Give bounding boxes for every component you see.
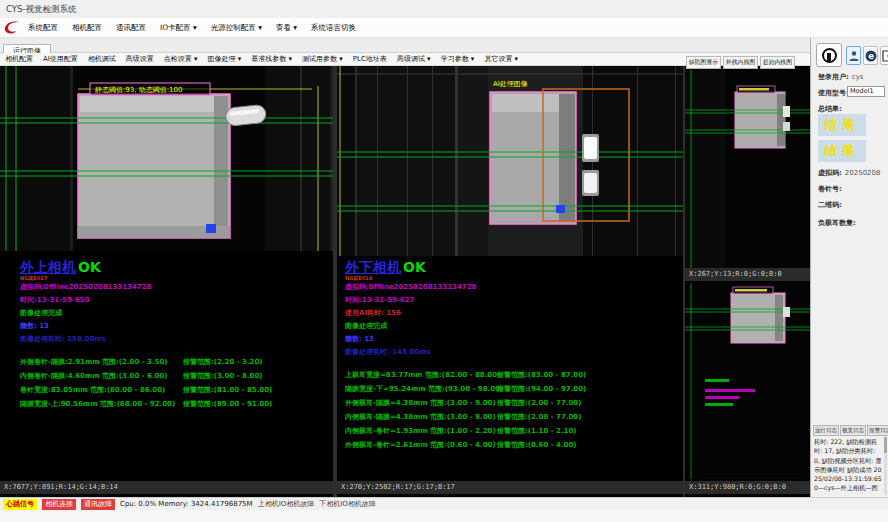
measure-value: 上极耳宽度=83.77mm 范围:(82.00 - 88.00) (345, 368, 497, 382)
thumb2-coordinate-bar: X:311;Y:980;R:0;G:0;B:0 (685, 481, 810, 494)
measurement-row: 隔膜宽度-下=95.24mm 范围:(93.00 - 98.00) 报警范围:(… (345, 382, 677, 396)
log-scrollbar[interactable] (884, 437, 887, 495)
tool-test-params[interactable]: 测试用参数 ▾ (297, 54, 348, 64)
measurement-row: 卷针宽度:83.05mm 范围:(80.00 - 86.00) 报警范围:(81… (20, 383, 325, 397)
model-input[interactable]: Model1 (847, 86, 885, 97)
measurement-row: 外侧极耳-隔膜=4.38mm 范围:(3.00 - 9.00) 报警范围:(2.… (345, 396, 677, 410)
tab-defect-image[interactable]: 缺陷图显示 (686, 56, 721, 69)
model-row: 使用型号: (818, 88, 849, 98)
middle-camera-name: 外下相机 (345, 259, 401, 275)
result-badge-2: 结果 (818, 140, 866, 162)
tool-ai-config[interactable]: AI使用配置 (38, 54, 83, 64)
tool-image-processing[interactable]: 图像处理 ▾ (203, 54, 247, 64)
blue-marker (556, 205, 565, 213)
tool-baseline-params[interactable]: 基准线参数 ▾ (246, 54, 297, 64)
tool-plc-address[interactable]: PLC地址表 (348, 54, 392, 64)
menu-system-config[interactable]: 系统配置 (21, 18, 65, 38)
log-tab-bar: 运行日志 视觉日志 报警日志 (813, 425, 888, 436)
measure-value: 卷针宽度:83.05mm 范围:(80.00 - 86.00) (20, 383, 183, 397)
menu-camera-config[interactable]: 相机配置 (65, 18, 109, 38)
tab-alarm-log[interactable]: 报警日志 (867, 425, 888, 436)
tab-vision-log[interactable]: 视觉日志 (840, 425, 866, 436)
left-measurement-list: 外侧卷针-隔膜:2.91mm 范围:(2.00 - 3.50) 报警范围:(2.… (20, 355, 325, 411)
total-result-label: 总结果: (818, 104, 842, 114)
comm-fault-badge: 通讯故障 (81, 499, 115, 510)
scrollbar-thumb[interactable] (884, 437, 887, 453)
app-window: CYS-视觉检测系统 系统配置 相机配置 通讯配置 IO卡配置 ▾ 光源控制配置… (0, 0, 888, 522)
model-label: 使用型号: (818, 89, 849, 97)
status-bar: 心跳信号 相机连接 通讯故障 Cpu: 0.0% Memory: 3424.41… (0, 497, 888, 510)
tool-spot-check[interactable]: 点检设置 ▾ (159, 54, 203, 64)
measure-value: 外侧卷针-隔膜:2.91mm 范围:(2.00 - 3.50) (20, 355, 183, 369)
measure-value: 内侧极耳-隔膜=4.38mm 范围:(3.00 - 9.00) (345, 410, 497, 424)
middle-result-ok: OK (403, 259, 426, 275)
heartbeat-badge: 心跳信号 (3, 499, 37, 510)
login-user-row: 登录用户:cys (818, 72, 863, 82)
tab-run-log[interactable]: 运行日志 (813, 425, 839, 436)
thumbnail-image-bottom[interactable] (685, 283, 810, 479)
user-button[interactable] (846, 46, 861, 65)
measure-value: 隔膜宽度-下=95.24mm 范围:(93.00 - 98.00) (345, 382, 497, 396)
alarm-range: 报警范围:(83.00 - 87.00) (497, 368, 586, 382)
cell-body-overlay (78, 94, 230, 238)
result-badge-1: 结果 (818, 114, 866, 136)
measure-value: 内侧极耳-卷针=1.93mm 范围:(1.00 - 2.20) (345, 424, 497, 438)
left-coordinate-bar: X:7677;Y:891;R:14;G:14;B:14 (0, 481, 333, 494)
measurement-row: 内侧卷针-隔膜:4.60mm 范围:(3.00 - 6.00) 报警范围:(3.… (20, 369, 325, 383)
middle-camera-image[interactable]: AI处理图像 (337, 66, 683, 256)
menu-light-config[interactable]: 光源控制配置 ▾ (204, 18, 269, 38)
menu-comm-config[interactable]: 通讯配置 (109, 18, 153, 38)
defect-view-tabs: 缺陷图显示 外残内残图 起始内残图 (686, 56, 810, 69)
left-process-done: 图像处理完成 (20, 307, 325, 320)
measure-value: 内侧卷针-隔膜:4.60mm 范围:(3.00 - 6.00) (20, 369, 183, 383)
left-camera-name: 外上相机 (20, 259, 76, 275)
right-sidebar: e 登录用户:cys 使用型号: Model1 总结果: 结果 结果 虚拟码:2… (810, 38, 888, 497)
measurement-row: 隔膜宽度-上:90.56mm 范围:(88.00 - 92.00) 报警范围:(… (20, 397, 325, 411)
vcode-row: 虚拟码:20250208 (818, 168, 880, 178)
alarm-range: 报警范围:(81.00 - 85.00) (183, 383, 272, 397)
middle-turn-count: 圈数: 13 (345, 333, 677, 346)
menu-language-switch[interactable]: 系统语言切换 (304, 18, 363, 38)
tab-start-residual[interactable]: 起始内残图 (760, 56, 795, 69)
tool-camera-config[interactable]: 相机配置 (0, 54, 38, 64)
tool-advanced-settings[interactable]: 高级设置 (121, 54, 159, 64)
vcode-label: 虚拟码: (818, 169, 842, 177)
tool-learning-params[interactable]: 学习参数 ▾ (436, 54, 480, 64)
tab-outer-residual[interactable]: 外残内残图 (723, 56, 758, 69)
cpu-memory-text: Cpu: 0.0% Memory: 3424.41796875M (120, 500, 253, 508)
user-icon (849, 50, 859, 62)
left-camera-image[interactable]: 静态阈值:93, 动态阈值:100 (0, 66, 333, 251)
upper-camera-status: 上相机IO相机故障 (258, 499, 315, 509)
menu-view[interactable]: 查看 ▾ (269, 18, 304, 38)
middle-coordinate-bar: X:270;Y:2502;R:17;G:17;B:17 (337, 481, 683, 494)
thumb1-coordinate-bar: X:267;Y:13;R:0;G:0;B:0 (685, 268, 810, 281)
middle-barcode: 虚拟码:0ffline20250208133134728 (345, 281, 677, 294)
tool-other-settings[interactable]: 其它设置 ▾ (479, 54, 523, 64)
thumbnail-image-top[interactable] (685, 70, 810, 268)
e-icon: e (865, 50, 877, 62)
exit-button[interactable] (880, 46, 888, 65)
window-title: CYS-视觉检测系统 (0, 0, 888, 18)
tool-camera-debug[interactable]: 相机调试 (83, 54, 121, 64)
left-result-block: 外上相机OK NG或E017 虚拟码:0ffline20250208133134… (20, 258, 325, 411)
middle-result-block: 外下相机OK NG或E019 虚拟码:0ffline20250208133134… (345, 258, 677, 452)
tool-advanced-debug[interactable]: 高级调试 ▾ (392, 54, 436, 64)
pause-button[interactable] (816, 43, 842, 67)
explorer-button[interactable]: e (863, 46, 878, 65)
left-turn-count: 圈数: 13 (20, 320, 325, 333)
measure-value: 外侧极耳-隔膜=4.38mm 范围:(3.00 - 9.00) (345, 396, 497, 410)
measure-value: 隔膜宽度-上:90.56mm 范围:(88.00 - 92.00) (20, 397, 183, 411)
pause-icon (822, 48, 837, 63)
measurement-row: 上极耳宽度=83.77mm 范围:(82.00 - 88.00) 报警范围:(8… (345, 368, 677, 382)
left-time: 时间:13-31-59-650 (20, 294, 325, 307)
qr-code-label: 二维码: (818, 200, 842, 210)
alarm-range: 报警范围:(0.60 - 4.00) (497, 438, 577, 452)
measure-value: 外侧极耳-卷针=2.61mm 范围:(0.60 - 4.00) (345, 438, 497, 452)
middle-elapsed: 图像处理耗时: 143.00ms (345, 346, 677, 359)
middle-measurement-list: 上极耳宽度=83.77mm 范围:(82.00 - 88.00) 报警范围:(8… (345, 368, 677, 452)
alarm-range: 报警范围:(2.00 - 77.00) (497, 410, 581, 424)
tab-strip: 运行图像 (0, 38, 810, 53)
ai-image-label: AI处理图像 (493, 80, 528, 88)
menu-io-config[interactable]: IO卡配置 ▾ (153, 18, 204, 38)
app-logo-icon (3, 20, 21, 35)
